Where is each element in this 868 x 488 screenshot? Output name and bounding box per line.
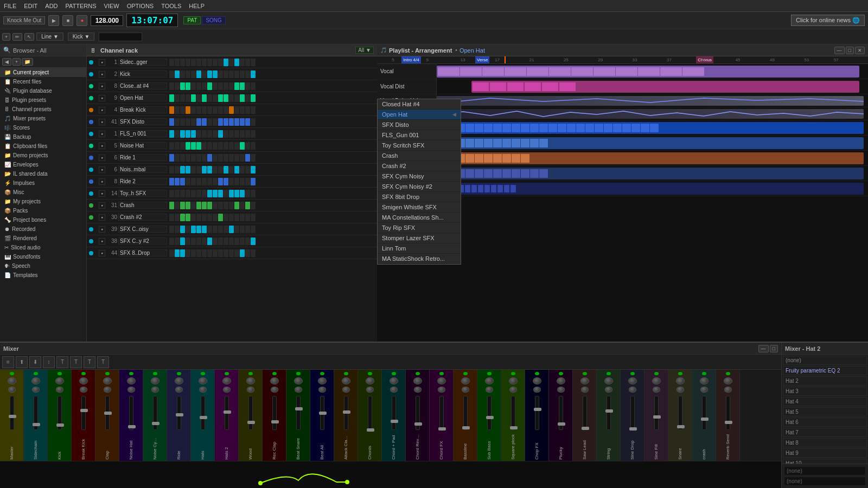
mixer-channel-hats[interactable]: Hats <box>191 370 215 461</box>
ch-pan-27[interactable] <box>653 387 660 393</box>
pad-btn[interactable] <box>196 59 201 66</box>
pad-btn[interactable] <box>224 214 228 221</box>
sidebar-back-btn[interactable]: ◀ <box>2 58 11 66</box>
pad-btn[interactable] <box>224 226 228 233</box>
ch-fader-23[interactable] <box>559 396 563 430</box>
ch-fader-handle-7[interactable] <box>176 413 183 416</box>
pad-btn[interactable] <box>186 118 190 126</box>
ch-pan-23[interactable] <box>557 387 565 393</box>
pad-btn[interactable] <box>213 82 218 90</box>
mixer-channel-break-kick[interactable]: Break Kick <box>72 370 95 461</box>
menu-edit[interactable]: EDIT <box>22 3 39 9</box>
tempo-display[interactable]: 128.000 <box>91 15 123 26</box>
mixer-channel-noise-cymbal[interactable]: Noise Cymbal <box>143 370 167 461</box>
fx-slot-1[interactable]: Fruity parametric EQ 2 <box>783 366 867 375</box>
pad-btn[interactable] <box>180 178 185 185</box>
pad-btn[interactable] <box>224 237 228 245</box>
ch-mute-btn[interactable]: ● <box>99 59 105 66</box>
pad-btn[interactable] <box>202 226 207 233</box>
ch-fader-handle-9[interactable] <box>224 410 231 414</box>
pad-btn[interactable] <box>229 166 234 174</box>
pad-btn[interactable] <box>218 214 223 221</box>
mixer-channel-chop-fx[interactable]: Chop FX <box>525 370 549 461</box>
instrument-dropdown[interactable]: Closed Hat #4Open Hat◀SFX DistoFLS_Gun 0… <box>377 99 461 265</box>
track-content-vocal-dist-pan[interactable] <box>437 107 868 120</box>
sidebar-item-recent-files[interactable]: 📋Recent files <box>0 77 86 86</box>
ch-knob-4[interactable] <box>103 377 112 384</box>
pad-btn[interactable] <box>229 202 234 209</box>
pad-btn[interactable] <box>234 249 239 257</box>
ch-fader-4[interactable] <box>105 396 110 430</box>
pad-btn[interactable] <box>224 70 228 78</box>
clap-block[interactable] <box>437 152 864 164</box>
pad-btn[interactable] <box>186 166 190 174</box>
dropdown-item-sfx-cym-noisy-#2[interactable]: SFX Cym Noisy #2 <box>378 182 461 192</box>
vocal-delay-automation[interactable] <box>437 96 864 106</box>
ch-fader-1[interactable] <box>34 396 38 430</box>
pad-btn[interactable] <box>196 190 201 197</box>
pad-btn[interactable] <box>180 106 185 114</box>
ch-fader-handle-27[interactable] <box>653 415 661 419</box>
channel-row-kick[interactable]: ● 2 Kick <box>87 68 377 80</box>
pad-btn[interactable] <box>240 226 245 233</box>
pad-btn[interactable] <box>234 70 239 78</box>
pad-btn[interactable] <box>234 178 239 185</box>
mixer-channel-wood[interactable]: Wood <box>239 370 263 461</box>
mixer-channel-chord-+-pad[interactable]: Chord + Pad <box>382 370 406 461</box>
pad-btn[interactable] <box>234 202 239 209</box>
ch-fader-5[interactable] <box>129 396 133 430</box>
pad-btn[interactable] <box>169 154 174 162</box>
pad-btn[interactable] <box>180 94 185 102</box>
channel-row-close..at#4[interactable]: ● 8 Close..at #4 <box>87 80 377 92</box>
sidebar-item-sliced-audio[interactable]: ✂Sliced audio <box>0 243 86 252</box>
pad-btn[interactable] <box>251 202 256 209</box>
pad-btn[interactable] <box>213 94 218 102</box>
mixer-channel-clap[interactable]: Clap <box>95 370 119 461</box>
pad-btn[interactable] <box>229 237 234 245</box>
pad-btn[interactable] <box>224 202 228 209</box>
pad-btn[interactable] <box>207 94 212 102</box>
pad-btn[interactable] <box>180 130 185 138</box>
pad-btn[interactable] <box>169 106 174 114</box>
sidebar-item-scores[interactable]: 🎼Scores <box>0 123 86 132</box>
ch-knob-1[interactable] <box>31 377 40 384</box>
sidebar-folder-btn[interactable]: 📁 <box>22 58 33 66</box>
pad-btn[interactable] <box>180 214 185 221</box>
pad-btn[interactable] <box>207 178 212 185</box>
pad-btn[interactable] <box>191 142 196 150</box>
pad-btn[interactable] <box>240 118 245 126</box>
ch-fader-handle-25[interactable] <box>605 409 613 413</box>
mixer-icon-btn3[interactable]: ⬇ <box>29 356 41 368</box>
ch-knob-6[interactable] <box>151 377 159 384</box>
line-selector[interactable]: Line ▼ <box>36 33 63 41</box>
ch-pan-2[interactable] <box>56 387 63 393</box>
kick-block[interactable] <box>437 122 864 134</box>
pad-btn[interactable] <box>196 178 201 185</box>
pad-btn[interactable] <box>196 70 201 78</box>
sidebar-item-mixer-presets[interactable]: 🎵Mixer presets <box>0 114 86 123</box>
dropdown-item-stomper-lazer-sfx[interactable]: Stomper Lazer SFX <box>378 233 461 243</box>
ch-color-led[interactable] <box>89 168 93 172</box>
sidebar-item-plugin-database[interactable]: 🔌Plugin database <box>0 86 86 95</box>
ch-mute-btn[interactable]: ● <box>99 119 105 125</box>
pad-btn[interactable] <box>175 226 180 233</box>
pad-btn[interactable] <box>196 154 201 162</box>
pad-btn[interactable] <box>180 154 185 162</box>
sidebar-item-my-projects[interactable]: 📁My projects <box>0 197 86 206</box>
playlist-maximize[interactable]: □ <box>846 47 854 54</box>
pad-btn[interactable] <box>245 190 250 197</box>
pad-btn[interactable] <box>234 166 239 174</box>
pad-btn[interactable] <box>196 118 201 126</box>
pad-btn[interactable] <box>245 142 250 150</box>
pattern-label[interactable]: All ▼ <box>355 47 374 54</box>
pad-btn[interactable] <box>245 82 250 90</box>
vocal-dist-block[interactable] <box>471 81 860 93</box>
ch-color-led[interactable] <box>89 84 93 88</box>
ch-fader-handle-12[interactable] <box>295 407 303 410</box>
ch-fader-20[interactable] <box>487 396 492 430</box>
pad-btn[interactable] <box>175 202 180 209</box>
pad-btn[interactable] <box>229 154 234 162</box>
pad-btn[interactable] <box>213 226 218 233</box>
ch-knob-17[interactable] <box>413 377 422 384</box>
pad-btn[interactable] <box>251 59 256 66</box>
